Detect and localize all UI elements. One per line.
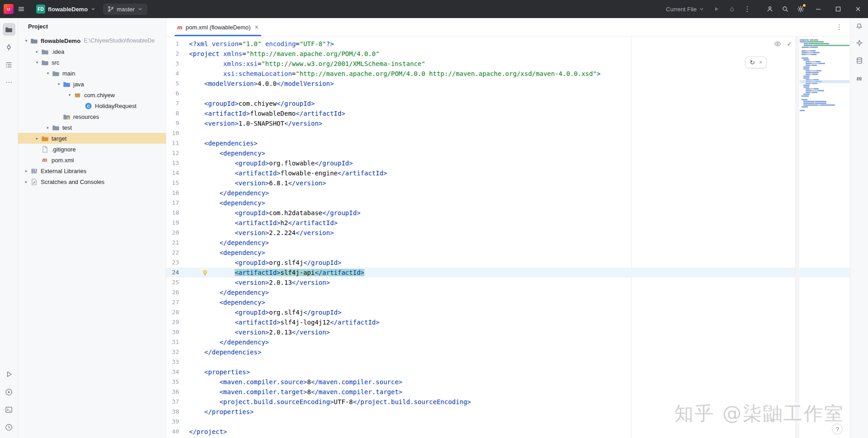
line-number[interactable]: 29 <box>166 317 189 327</box>
notifications-tool-button[interactable] <box>853 19 866 32</box>
code-line-39[interactable]: 39 <box>166 417 850 427</box>
minimap[interactable] <box>800 39 849 112</box>
chevron-right-icon[interactable]: ▸ <box>33 136 41 141</box>
line-number[interactable]: 1 <box>166 39 189 49</box>
line-number[interactable]: 23 <box>166 258 189 268</box>
search-everywhere-button[interactable] <box>778 0 793 18</box>
code-line-4[interactable]: 4 xsi:schemaLocation="http://maven.apach… <box>166 69 850 79</box>
run-button[interactable] <box>709 0 724 18</box>
more-tools-button[interactable]: ⋯ <box>3 76 15 89</box>
code-line-11[interactable]: 11 <dependencies> <box>166 138 850 148</box>
chevron-right-icon[interactable]: ▸ <box>23 169 30 173</box>
line-number[interactable]: 20 <box>166 228 189 238</box>
line-number[interactable]: 19 <box>166 218 189 228</box>
line-number[interactable]: 30 <box>166 327 189 337</box>
code-line-14[interactable]: 14 <artifactId>flowable-engine</artifact… <box>166 168 850 178</box>
line-number[interactable]: 7 <box>166 99 189 108</box>
chevron-down-icon[interactable]: ▾ <box>23 38 30 43</box>
tree-item-external-libraries[interactable]: ▸External Libraries <box>18 165 166 176</box>
line-number[interactable]: 40 <box>166 427 189 437</box>
code-line-13[interactable]: 13 <groupId>org.flowable</groupId> <box>166 158 850 168</box>
no-problems-check-icon[interactable]: ✓ <box>787 40 792 47</box>
code-line-18[interactable]: 18 <groupId>com.h2database</groupId> <box>166 208 850 218</box>
minimize-button[interactable] <box>808 0 828 18</box>
code-line-6[interactable]: 6 <box>166 89 850 99</box>
tree-item-pom-xml[interactable]: mpom.xml <box>18 155 166 165</box>
tree-item-idea[interactable]: ▸.idea <box>18 46 166 57</box>
code-line-24[interactable]: 24 <artifactId>slf4j-api</artifactId> <box>166 268 850 278</box>
line-number[interactable]: 18 <box>166 208 189 218</box>
chevron-right-icon[interactable]: ▸ <box>44 125 52 130</box>
line-number[interactable]: 28 <box>166 307 189 317</box>
tree-item-target[interactable]: ▸target <box>18 133 166 144</box>
line-number[interactable]: 13 <box>166 158 189 168</box>
code-line-12[interactable]: 12 <dependency> <box>166 148 850 158</box>
code-line-27[interactable]: 27 <dependency> <box>166 297 850 307</box>
line-number[interactable]: 5 <box>166 79 189 89</box>
tree-item-test[interactable]: ▸test <box>18 122 166 133</box>
line-number[interactable]: 2 <box>166 49 189 59</box>
line-number[interactable]: 14 <box>166 168 189 178</box>
code-line-22[interactable]: 22 <dependency> <box>166 248 850 258</box>
code-line-8[interactable]: 8 <artifactId>flowableDemo</artifactId> <box>166 108 850 118</box>
tree-item-main[interactable]: ▾main <box>18 68 166 79</box>
code-line-25[interactable]: 25 <version>2.0.13</version> <box>166 278 850 287</box>
code-line-7[interactable]: 7 <groupId>com.chiyew</groupId> <box>166 99 850 108</box>
line-number[interactable]: 10 <box>166 128 189 138</box>
chevron-right-icon[interactable]: ▸ <box>23 179 30 184</box>
code-line-29[interactable]: 29 <artifactId>slf4j-log4j12</artifactId… <box>166 317 850 327</box>
line-number[interactable]: 15 <box>166 178 189 188</box>
line-number[interactable]: 34 <box>166 367 189 377</box>
code-line-17[interactable]: 17 <dependency> <box>166 198 850 208</box>
line-number[interactable]: 22 <box>166 248 189 258</box>
chevron-down-icon[interactable]: ▾ <box>44 71 52 75</box>
chevron-down-icon[interactable]: ▾ <box>66 93 73 97</box>
line-number[interactable]: 4 <box>166 69 189 79</box>
chevron-down-icon[interactable]: ▾ <box>33 60 41 65</box>
history-tool-button[interactable] <box>3 421 15 433</box>
chevron-right-icon[interactable]: ▸ <box>33 49 41 54</box>
code-line-34[interactable]: 34 <properties> <box>166 367 850 377</box>
settings-button[interactable] <box>793 0 808 18</box>
tree-item-src[interactable]: ▾src <box>18 57 166 68</box>
code-line-15[interactable]: 15 <version>6.8.1</version> <box>166 178 850 188</box>
code-line-30[interactable]: 30 <version>2.0.13</version> <box>166 327 850 337</box>
line-number[interactable]: 16 <box>166 188 189 198</box>
tree-item-com-chiyew[interactable]: ▾com.chiyew <box>18 89 166 100</box>
tree-item-java[interactable]: ▾java <box>18 79 166 89</box>
tab-close-icon[interactable]: × <box>255 24 258 31</box>
code-line-1[interactable]: 1<?xml version="1.0" encoding="UTF-8"?> <box>166 39 850 49</box>
project-tool-button[interactable] <box>3 23 15 36</box>
line-number[interactable]: 3 <box>166 59 189 69</box>
maximize-button[interactable] <box>828 0 848 18</box>
line-number[interactable]: 21 <box>166 238 189 248</box>
line-number[interactable]: 33 <box>166 357 189 367</box>
line-number[interactable]: 32 <box>166 347 189 357</box>
project-widget[interactable]: FD flowableDemo <box>33 3 99 15</box>
code-line-28[interactable]: 28 <groupId>org.slf4j</groupId> <box>166 307 850 317</box>
code-line-32[interactable]: 32 </dependencies> <box>166 347 850 357</box>
line-number[interactable]: 24 <box>166 268 189 278</box>
line-number[interactable]: 39 <box>166 417 189 427</box>
line-number[interactable]: 31 <box>166 337 189 347</box>
main-menu-button[interactable] <box>14 0 29 18</box>
code-line-36[interactable]: 36 <maven.compiler.target>8</maven.compi… <box>166 387 850 397</box>
line-number[interactable]: 35 <box>166 377 189 387</box>
commit-tool-button[interactable] <box>3 41 15 53</box>
line-number[interactable]: 9 <box>166 118 189 128</box>
editor-scrollbar[interactable] <box>795 37 799 438</box>
code-line-5[interactable]: 5 <modelVersion>4.0.0</modelVersion> <box>166 79 850 89</box>
code-line-19[interactable]: 19 <artifactId>h2</artifactId> <box>166 218 850 228</box>
code-line-21[interactable]: 21 </dependency> <box>166 238 850 248</box>
chevron-down-icon[interactable]: ▾ <box>55 82 62 86</box>
line-number[interactable]: 17 <box>166 198 189 208</box>
line-number[interactable]: 36 <box>166 387 189 397</box>
inspections-widget[interactable]: ✓ <box>774 40 792 47</box>
code-line-26[interactable]: 26 </dependency> <box>166 287 850 297</box>
tab-pom-xml[interactable]: m pom.xml (flowableDemo) × <box>173 18 263 36</box>
line-number[interactable]: 11 <box>166 138 189 148</box>
code-line-35[interactable]: 35 <maven.compiler.source>8</maven.compi… <box>166 377 850 387</box>
line-number[interactable]: 26 <box>166 287 189 297</box>
code-line-31[interactable]: 31 </dependency> <box>166 337 850 347</box>
database-tool-button[interactable] <box>853 54 866 67</box>
